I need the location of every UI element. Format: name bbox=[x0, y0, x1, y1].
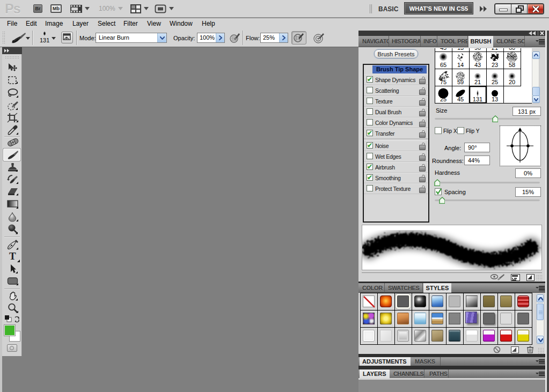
svg-text:25: 25 bbox=[440, 96, 446, 102]
svg-text:25: 25 bbox=[492, 79, 498, 85]
svg-text:13: 13 bbox=[457, 48, 464, 51]
svg-text:60: 60 bbox=[509, 48, 515, 51]
svg-text:65: 65 bbox=[440, 62, 446, 68]
svg-text:14: 14 bbox=[457, 62, 464, 68]
svg-text:21: 21 bbox=[474, 79, 481, 85]
svg-text:20: 20 bbox=[509, 79, 515, 85]
svg-text:21: 21 bbox=[492, 48, 498, 51]
svg-text:75: 75 bbox=[440, 79, 446, 85]
svg-text:58: 58 bbox=[509, 62, 515, 68]
svg-text:13: 13 bbox=[492, 96, 498, 102]
svg-text:45: 45 bbox=[440, 48, 446, 51]
svg-text:45: 45 bbox=[457, 96, 464, 102]
svg-text:131: 131 bbox=[473, 96, 482, 102]
svg-text:90: 90 bbox=[474, 48, 481, 51]
svg-text:59: 59 bbox=[457, 79, 464, 85]
svg-text:43: 43 bbox=[474, 62, 481, 68]
svg-text:23: 23 bbox=[492, 62, 498, 68]
